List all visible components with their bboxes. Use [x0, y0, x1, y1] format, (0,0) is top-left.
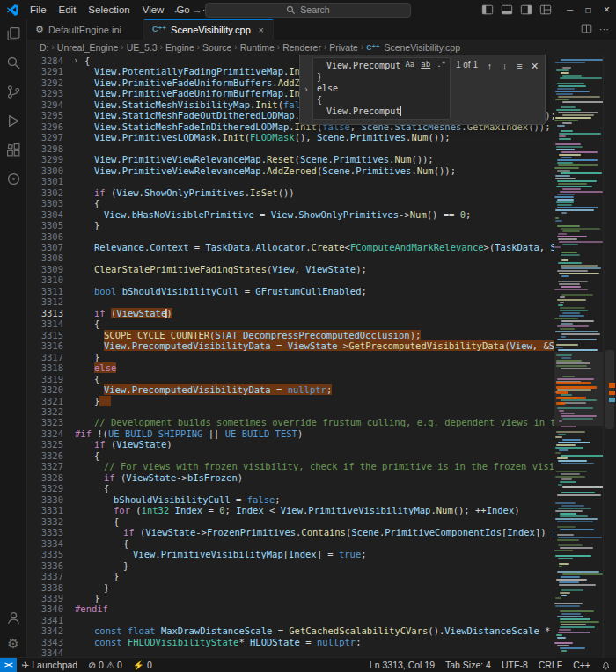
extensions-icon[interactable] — [6, 142, 21, 157]
code-line[interactable]: 3329{ — [27, 483, 554, 493]
breadcrumb-item[interactable]: Unreal_Engine — [57, 42, 118, 53]
line-number[interactable]: 3317 — [27, 352, 71, 362]
line-number[interactable]: 3335 — [27, 549, 71, 559]
tab-scenevisibility-cpp[interactable]: C⁺⁺SceneVisibility.cpp× — [144, 19, 274, 40]
scrollbar[interactable] — [603, 55, 616, 658]
nav-forward-icon[interactable]: → — [192, 4, 202, 16]
find-next-icon[interactable]: ↓ — [498, 60, 511, 72]
code-line[interactable]: 3337} — [27, 571, 554, 581]
line-number[interactable]: 3343 — [27, 637, 71, 647]
breadcrumb-item[interactable]: Renderer — [282, 42, 321, 53]
code-line[interactable]: 3298 — [27, 143, 554, 154]
line-number[interactable]: 3327 — [27, 461, 71, 471]
code-line[interactable]: 3300View.PrimitiveViewRelevanceMap.AddZe… — [27, 165, 554, 176]
line-number[interactable]: 3310 — [27, 274, 71, 285]
code-line[interactable]: 3313if (ViewState) — [27, 308, 554, 318]
line-number[interactable]: 3299 — [27, 154, 71, 164]
code-line[interactable]: 3320View.PrecomputedVisibilityData = nul… — [27, 384, 554, 395]
source-control-icon[interactable] — [6, 84, 21, 99]
code-line[interactable]: 3309ClearStalePrimitiveFadingStates(View… — [27, 264, 554, 274]
line-number[interactable]: 3336 — [27, 560, 71, 571]
search-input[interactable]: Search — [205, 3, 411, 18]
breadcrumb-item[interactable]: UE_5.3 — [127, 42, 158, 53]
line-number[interactable]: 3325 — [27, 439, 71, 449]
code-line[interactable]: 3323// Development builds sometimes over… — [27, 417, 554, 427]
code-line[interactable]: 3324#if !(UE_BUILD_SHIPPING || UE_BUILD_… — [27, 428, 554, 439]
code-line[interactable]: 3341 — [27, 615, 554, 625]
line-number[interactable]: 3296 — [27, 121, 71, 132]
nav-back-icon[interactable]: ← — [172, 4, 183, 16]
code-line[interactable]: 3317} — [27, 352, 554, 362]
menu-file[interactable]: File — [24, 4, 53, 15]
line-number[interactable]: 3309 — [27, 264, 71, 274]
line-number[interactable]: 3302 — [27, 187, 71, 198]
minimap-slider[interactable] — [554, 352, 604, 426]
code-line[interactable]: 3321} — [27, 396, 554, 406]
line-number[interactable]: 3306 — [27, 231, 71, 242]
line-number[interactable]: 3332 — [27, 516, 71, 527]
line-number[interactable]: 3341 — [27, 615, 71, 625]
line-number[interactable]: 3330 — [27, 494, 71, 505]
code-line[interactable]: 3315SCOPE_CYCLE_COUNTER(STAT_DecompressP… — [27, 330, 554, 340]
line-number[interactable]: 3315 — [27, 330, 71, 340]
find-previous-icon[interactable]: ↑ — [483, 60, 496, 72]
launchpad-status[interactable]: ✈ Launchpad — [17, 658, 84, 672]
line-number[interactable]: 3291 — [27, 66, 71, 77]
tab-size-status[interactable]: Tab Size: 4 — [440, 658, 496, 672]
customize-layout-icon[interactable] — [538, 2, 554, 18]
line-number[interactable]: 3339 — [27, 593, 71, 603]
code-line[interactable]: 3336} — [27, 560, 554, 571]
code-line[interactable]: 3304View.bHasNoVisiblePrimitive = View.S… — [27, 209, 554, 220]
line-number[interactable]: 3322 — [27, 406, 71, 417]
breadcrumb-item[interactable]: Source — [202, 42, 231, 53]
problems-status[interactable]: ⊘ 0 ⚠ 0 — [83, 658, 128, 672]
toggle-secondary-sidebar-icon[interactable] — [518, 2, 534, 18]
code-line[interactable]: 3311bool bShouldVisibilityCull = GFrustu… — [27, 286, 554, 296]
maximize-button[interactable]: □ — [579, 0, 598, 19]
close-window-button[interactable]: × — [598, 0, 616, 19]
line-number[interactable]: 3297 — [27, 132, 71, 142]
line-number[interactable]: 3337 — [27, 571, 71, 581]
code-line[interactable]: 3332{ — [27, 516, 554, 527]
notifications-icon[interactable] — [596, 658, 616, 672]
code-line[interactable]: 3339} — [27, 593, 554, 603]
line-number[interactable]: 3304 — [27, 209, 71, 220]
line-number[interactable]: 3319 — [27, 374, 71, 384]
line-number[interactable]: 3323 — [27, 417, 71, 427]
line-number[interactable]: 3331 — [27, 505, 71, 515]
editor-more-actions-icon[interactable]: ⋯ — [599, 24, 609, 35]
account-icon[interactable] — [6, 610, 21, 625]
line-number[interactable]: 3316 — [27, 340, 71, 351]
code-line[interactable]: 3330bShouldVisibilityCull = false; — [27, 494, 554, 505]
line-number[interactable]: 3301 — [27, 176, 71, 186]
code-line[interactable]: 3297View.PrimitivesLODMask.Init(FLODMask… — [27, 132, 554, 142]
encoding-status[interactable]: UTF-8 — [496, 658, 533, 672]
code-line[interactable]: 3316View.PrecomputedVisibilityData = Vie… — [27, 340, 554, 351]
toggle-sidebar-icon[interactable] — [480, 2, 495, 18]
line-number[interactable]: 3305 — [27, 220, 71, 230]
toggle-replace-chevron-icon[interactable]: › — [300, 57, 312, 120]
line-number[interactable]: 3311 — [27, 286, 71, 296]
code-line[interactable]: 3306 — [27, 231, 554, 242]
toggle-panel-icon[interactable] — [499, 2, 515, 18]
fold-chevron-icon[interactable]: › — [73, 55, 79, 66]
eol-status[interactable]: CRLF — [533, 658, 568, 672]
find-in-selection-icon[interactable]: ≡ — [513, 60, 526, 72]
code-line[interactable]: 3308 — [27, 252, 554, 263]
code-line[interactable]: 3318else — [27, 362, 554, 373]
run-debug-icon[interactable] — [6, 113, 21, 128]
line-number[interactable]: 3313 — [27, 308, 71, 318]
close-find-icon[interactable]: ✕ — [528, 60, 541, 72]
code-line[interactable]: 3303{ — [27, 198, 554, 208]
close-tab-icon[interactable]: × — [255, 25, 268, 35]
remote-explorer-icon[interactable] — [6, 172, 21, 186]
line-number[interactable]: 3333 — [27, 527, 71, 537]
whole-word-toggle[interactable]: ab — [419, 59, 432, 69]
remote-indicator[interactable]: >< — [0, 658, 17, 672]
code-line[interactable]: 3331for (int32 Index = 0; Index < View.P… — [27, 505, 554, 515]
match-case-toggle[interactable]: Aa — [403, 59, 416, 69]
code-line[interactable]: 3322 — [27, 406, 554, 417]
code-line[interactable]: 3335View.PrimitiveVisibilityMap[Index] =… — [27, 549, 554, 559]
menu-view[interactable]: View — [136, 4, 171, 15]
line-number[interactable]: 3340 — [27, 603, 71, 614]
